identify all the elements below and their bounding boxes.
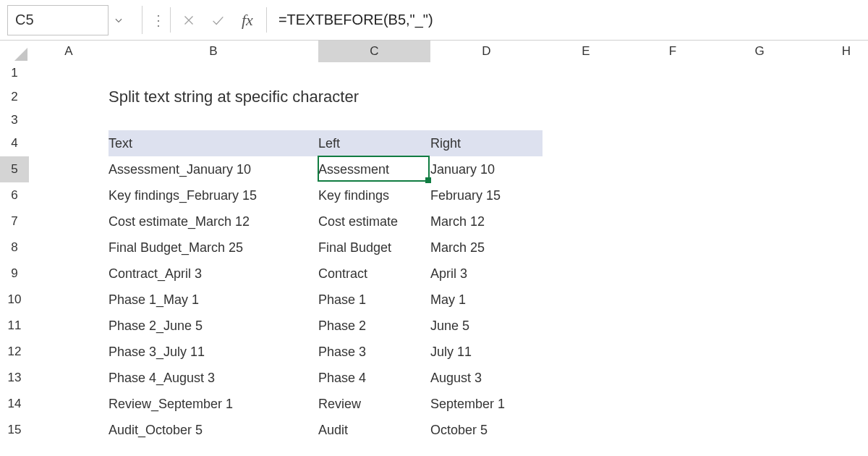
cell-F6[interactable] [629,182,716,208]
cell-A6[interactable] [29,182,109,208]
cell-G10[interactable] [716,287,803,313]
cell-C10[interactable]: Phase 1 [318,287,430,313]
cell-D12[interactable]: July 11 [430,339,542,365]
row-header-7[interactable]: 7 [0,208,29,235]
cell-C13[interactable]: Phase 4 [318,365,430,391]
cell-B2-title[interactable]: Split text string at specific character [109,84,542,110]
cell-H10[interactable] [803,287,868,313]
cell-B12[interactable]: Phase 3_July 11 [109,339,318,365]
row-header-3[interactable]: 3 [0,110,29,130]
col-header-F[interactable]: F [629,41,716,62]
cell-D10[interactable]: May 1 [430,287,542,313]
cell-H5[interactable] [803,156,868,182]
cell-A3[interactable] [29,110,109,130]
cell-B9[interactable]: Contract_April 3 [109,261,318,287]
cell-E3[interactable] [542,110,629,130]
cell-B14[interactable]: Review_September 1 [109,391,318,417]
cell-F3[interactable] [629,110,716,130]
col-header-B[interactable]: B [109,41,318,62]
cell-H2[interactable] [803,84,868,110]
cell-C5[interactable]: Assessment [318,156,430,182]
cell-F2[interactable] [629,84,716,110]
col-header-D[interactable]: D [430,41,542,62]
cell-H15[interactable] [803,417,868,443]
cell-B15[interactable]: Audit_October 5 [109,417,318,443]
cell-E14[interactable] [542,391,629,417]
cell-H4[interactable] [803,130,868,156]
cell-H14[interactable] [803,391,868,417]
cell-E6[interactable] [542,182,629,208]
cell-C6[interactable]: Key findings [318,182,430,208]
cell-B4[interactable]: Text [109,130,318,156]
cell-E13[interactable] [542,365,629,391]
cell-F15[interactable] [629,417,716,443]
name-box[interactable]: C5 [7,5,109,35]
cell-C3[interactable] [318,110,430,130]
cell-C12[interactable]: Phase 3 [318,339,430,365]
cell-D1[interactable] [430,62,542,84]
cancel-formula-button[interactable] [179,11,198,30]
row-header-12[interactable]: 12 [0,339,29,365]
col-header-C[interactable]: C [318,41,430,62]
cell-D4[interactable]: Right [430,130,542,156]
cell-H9[interactable] [803,261,868,287]
cell-H6[interactable] [803,182,868,208]
cell-B7[interactable]: Cost estimate_March 12 [109,208,318,235]
cell-A10[interactable] [29,287,109,313]
cell-A4[interactable] [29,130,109,156]
cell-A14[interactable] [29,391,109,417]
cell-A7[interactable] [29,208,109,235]
cell-H7[interactable] [803,208,868,235]
cell-D9[interactable]: April 3 [430,261,542,287]
cell-E7[interactable] [542,208,629,235]
row-header-4[interactable]: 4 [0,130,29,156]
cell-A13[interactable] [29,365,109,391]
enter-formula-button[interactable] [208,11,227,30]
cell-F13[interactable] [629,365,716,391]
cell-H11[interactable] [803,313,868,339]
cell-F10[interactable] [629,287,716,313]
cell-A9[interactable] [29,261,109,287]
cell-G1[interactable] [716,62,803,84]
cell-F8[interactable] [629,235,716,261]
formula-input[interactable] [271,0,865,40]
cell-E4[interactable] [542,130,629,156]
row-header-13[interactable]: 13 [0,365,29,391]
row-header-11[interactable]: 11 [0,313,29,339]
cell-D11[interactable]: June 5 [430,313,542,339]
cell-B8[interactable]: Final Budget_March 25 [109,235,318,261]
cell-C9[interactable]: Contract [318,261,430,287]
cell-F4[interactable] [629,130,716,156]
cell-E11[interactable] [542,313,629,339]
cell-G6[interactable] [716,182,803,208]
row-header-8[interactable]: 8 [0,235,29,261]
cell-F7[interactable] [629,208,716,235]
row-header-2[interactable]: 2 [0,84,29,110]
cell-E8[interactable] [542,235,629,261]
cell-A2[interactable] [29,84,109,110]
cell-F1[interactable] [629,62,716,84]
row-header-9[interactable]: 9 [0,261,29,287]
row-header-6[interactable]: 6 [0,182,29,208]
cell-E2[interactable] [542,84,629,110]
cell-G15[interactable] [716,417,803,443]
cell-G14[interactable] [716,391,803,417]
cell-E10[interactable] [542,287,629,313]
cell-H13[interactable] [803,365,868,391]
col-header-G[interactable]: G [716,41,803,62]
cell-B11[interactable]: Phase 2_June 5 [109,313,318,339]
cell-B6[interactable]: Key findings_February 15 [109,182,318,208]
cell-G3[interactable] [716,110,803,130]
cell-G2[interactable] [716,84,803,110]
row-header-15[interactable]: 15 [0,417,29,443]
row-header-5[interactable]: 5 [0,156,29,182]
cell-G13[interactable] [716,365,803,391]
cell-H1[interactable] [803,62,868,84]
fx-button[interactable]: fx [237,11,258,30]
cell-G5[interactable] [716,156,803,182]
cell-D15[interactable]: October 5 [430,417,542,443]
cell-E15[interactable] [542,417,629,443]
cell-F14[interactable] [629,391,716,417]
cell-C1[interactable] [318,62,430,84]
cell-G4[interactable] [716,130,803,156]
